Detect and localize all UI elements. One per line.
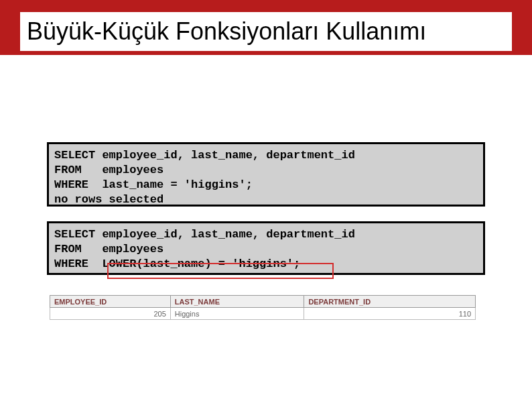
cell-department-id: 110 bbox=[304, 308, 476, 320]
cell-last-name: Higgins bbox=[170, 308, 304, 320]
code-line: FROM employees bbox=[54, 164, 163, 176]
slide-title: Büyük-Küçük Fonksiyonları Kullanımı bbox=[20, 12, 512, 51]
column-header-department-id: DEPARTMENT_ID bbox=[304, 296, 476, 308]
column-header-last-name: LAST_NAME bbox=[170, 296, 304, 308]
table-header-row: EMPLOYEE_ID LAST_NAME DEPARTMENT_ID bbox=[50, 296, 476, 308]
query-result-table: EMPLOYEE_ID LAST_NAME DEPARTMENT_ID 205 … bbox=[50, 295, 476, 320]
code-line: no rows selected bbox=[54, 193, 163, 206]
sql-code-block-2: SELECT employee_id, last_name, departmen… bbox=[47, 221, 485, 275]
code-line: SELECT employee_id, last_name, departmen… bbox=[54, 149, 355, 162]
code-line: FROM employees bbox=[54, 243, 163, 255]
code-line: WHERE last_name = 'higgins'; bbox=[54, 178, 253, 191]
cell-employee-id: 205 bbox=[50, 308, 171, 320]
sql-code-block-1: SELECT employee_id, last_name, departmen… bbox=[47, 142, 485, 207]
code-line: WHERE LOWER(last_name) = 'higgins'; bbox=[54, 258, 300, 270]
column-header-employee-id: EMPLOYEE_ID bbox=[50, 296, 171, 308]
table-row: 205 Higgins 110 bbox=[50, 308, 476, 320]
code-line: SELECT employee_id, last_name, departmen… bbox=[54, 228, 355, 241]
